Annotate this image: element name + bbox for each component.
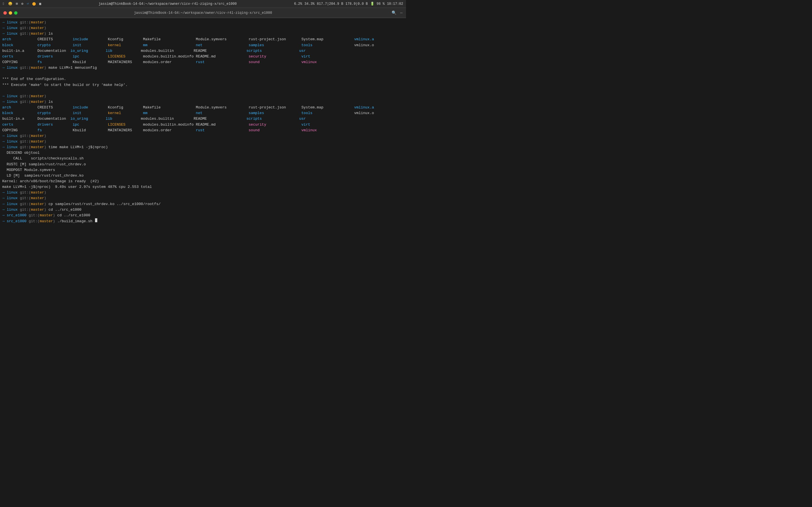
- prompt-cd-1: → linux git:(master) cd ../src_e1000: [2, 207, 404, 213]
- build-descend: DESCEND objtool: [2, 150, 404, 156]
- prompt-line-6: → linux git:(master): [2, 139, 404, 145]
- kernel-ready: Kernel: arch/x86/boot/bzImage is ready (…: [2, 179, 404, 184]
- ls-row-2b: block crypto init kernel mm net samples …: [2, 110, 404, 116]
- ls-row-3b: built-in.a Documentation io_uring lib mo…: [2, 116, 404, 122]
- prompt-line-4: → linux git:(master): [2, 94, 404, 99]
- cpu-stat: 6.2%: [294, 2, 302, 6]
- prompt-line-8: → linux git:(master): [2, 195, 404, 201]
- displays-icon[interactable]: ▩: [39, 2, 41, 6]
- arrow-3: →: [2, 31, 4, 37]
- build-call: CALL scripts/checksyscalls.sh: [2, 156, 404, 161]
- ls-row-3a: built-in.a Documentation io_uring lib mo…: [2, 48, 404, 54]
- git-1: git:(: [20, 20, 31, 25]
- cmd-make: make LLVM=1 menuconfig: [46, 65, 97, 71]
- wifi-stat: 178.9|0.0 B: [345, 2, 368, 6]
- host-1: linux: [7, 20, 18, 25]
- minimize-button[interactable]: [9, 11, 12, 15]
- ls-row-1a: arch CREDITS include Kconfig Makefile Mo…: [2, 37, 404, 42]
- git-close-3: ): [44, 31, 46, 37]
- prompt-line-1: → linux git:(master): [2, 20, 404, 25]
- git-2: git:(: [20, 25, 31, 31]
- git-close-2: ): [44, 25, 46, 31]
- terminal-titlebar: jassim@ThinkBook-14-G4:~/workspace/owner…: [0, 8, 406, 18]
- battery-stat: 98 %: [377, 2, 385, 6]
- ls-row-5b: COPYING fs Kbuild MAINTAINERS modules.or…: [2, 128, 404, 133]
- cursor: [95, 218, 97, 222]
- host-m: linux: [7, 65, 18, 71]
- git-m: git:(: [20, 65, 31, 71]
- terminal-content[interactable]: → linux git:(master) → linux git:(master…: [0, 18, 406, 253]
- prompt-line-9: → linux git:(master) cp samples/rust/rus…: [2, 202, 404, 207]
- prompt-line-5: → linux git:(master): [2, 133, 404, 139]
- battery-icon: 🔋: [370, 2, 374, 6]
- ls-row-2a: block crypto init kernel mm net samples …: [2, 43, 404, 48]
- menubar-title: jassim@ThinkBook-14-G4:~/workspace/owner…: [41, 2, 294, 6]
- git-close-m: ): [44, 65, 46, 71]
- branch-1: master: [31, 20, 44, 25]
- arrow-m: →: [2, 65, 4, 71]
- terminal-icon[interactable]: ⏎: [27, 2, 29, 6]
- search-icon[interactable]: 🔍: [392, 10, 396, 15]
- end-config-2: *** Execute 'make' to start the build or…: [2, 82, 404, 88]
- apple-icon[interactable]: : [3, 2, 5, 6]
- terminal-title: jassim@ThinkBook-14-G4:~/workspace/owner…: [99, 2, 237, 6]
- branch-2: master: [31, 25, 44, 31]
- window-title: jassim@ThinkBook-14-G4:~/workspace/owner…: [134, 11, 272, 15]
- end-config-1: *** End of the configuration.: [2, 76, 404, 82]
- branch-3: master: [31, 31, 44, 37]
- prompt-line-7: → linux git:(master): [2, 190, 404, 195]
- more-icon[interactable]: ⋯: [400, 10, 403, 15]
- finder-icon[interactable]: 😀: [8, 2, 12, 6]
- traffic-lights: [3, 11, 17, 15]
- sysprefs-icon[interactable]: ⚙: [21, 2, 23, 6]
- ls-row-5a: COPYING fs Kbuild MAINTAINERS modules.or…: [2, 59, 404, 65]
- menubar-right: 6.2% 34.3% 817.7|204.9 B 178.9|0.0 B 🔋 9…: [294, 2, 403, 6]
- arrow-2: →: [2, 25, 4, 31]
- net-stat: 817.7|204.9 B: [317, 2, 343, 6]
- prompt-timemake: → linux git:(master) time make LLVM=1 -j…: [2, 145, 404, 150]
- menubar-left:  😀 ⊞ ⚙ ⏎ ⬤ ▩: [3, 2, 41, 6]
- host-3: linux: [7, 31, 18, 37]
- build-modpost: MODPOST Module.symvers: [2, 167, 404, 173]
- mem-stat: 34.3%: [305, 2, 315, 6]
- git-close-1: ): [44, 20, 46, 25]
- prompt-cd-2: → src_e1000 git:(master) cd ../src_e1000: [2, 213, 404, 218]
- prompt-make: → linux git:(master) make LLVM=1 menucon…: [2, 65, 404, 71]
- branch-m: master: [31, 65, 44, 71]
- cmd-ls-1: ls: [46, 31, 53, 37]
- launchpad-icon[interactable]: ⊞: [16, 2, 18, 6]
- ls-row-1b: arch CREDITS include Kconfig Makefile Mo…: [2, 105, 404, 110]
- prompt-line-2: → linux git:(master): [2, 25, 404, 31]
- ls-row-4b: certs drivers ipc LICENSES modules.built…: [2, 122, 404, 128]
- close-button[interactable]: [3, 11, 7, 15]
- build-rustc: RUSTC [M] samples/rust/rust_chrdev.o: [2, 162, 404, 167]
- timing: make LLVM=1 -j$(nproc) 9.49s user 2.97s …: [2, 184, 404, 190]
- title-icons: 🔍 ⋯: [392, 10, 403, 15]
- macos-menubar:  😀 ⊞ ⚙ ⏎ ⬤ ▩ jassim@ThinkBook-14-G4:~/w…: [0, 0, 406, 8]
- maximize-button[interactable]: [14, 11, 17, 15]
- blank-1: [2, 71, 404, 76]
- prompt-build-sh: → src_e1000 git:(master) ./build_image.s…: [2, 218, 404, 224]
- git-3: git:(: [20, 31, 31, 37]
- arrow-1: →: [2, 20, 4, 25]
- host-2: linux: [7, 25, 18, 31]
- prompt-ls-1: → linux git:(master) ls: [2, 31, 404, 37]
- ls-row-4a: certs drivers ipc LICENSES modules.built…: [2, 54, 404, 59]
- prompt-ls-2: → linux git:(master) ls: [2, 99, 404, 105]
- chrome-icon[interactable]: ⬤: [32, 2, 36, 6]
- blank-2: [2, 88, 404, 94]
- clock: 10:17:02: [387, 2, 403, 6]
- build-ld: LD [M] samples/rust/rust_chrdev.ko: [2, 173, 404, 179]
